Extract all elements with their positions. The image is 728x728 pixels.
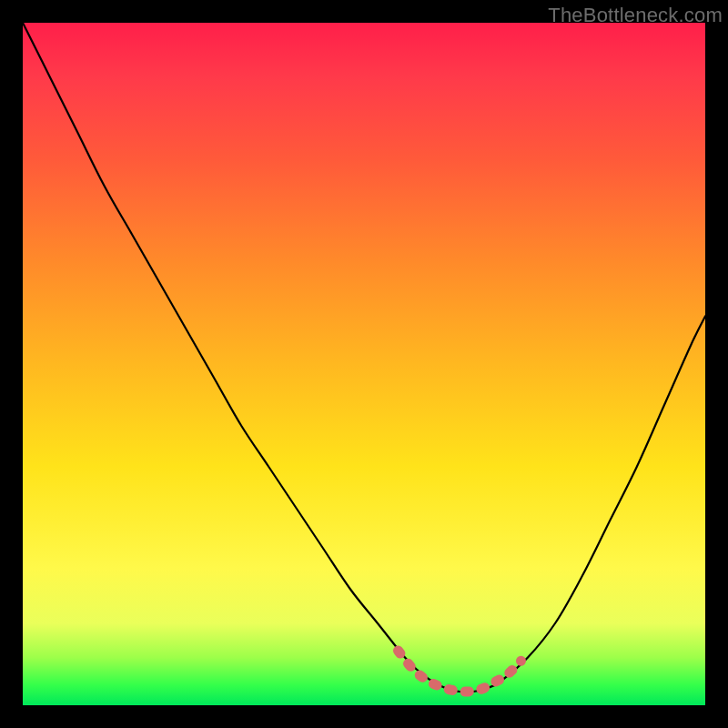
bottleneck-curve bbox=[23, 23, 705, 693]
chart-frame: TheBottleneck.com bbox=[0, 0, 728, 728]
curve-svg bbox=[23, 23, 705, 705]
valley-highlight bbox=[399, 651, 521, 692]
plot-area bbox=[23, 23, 705, 705]
